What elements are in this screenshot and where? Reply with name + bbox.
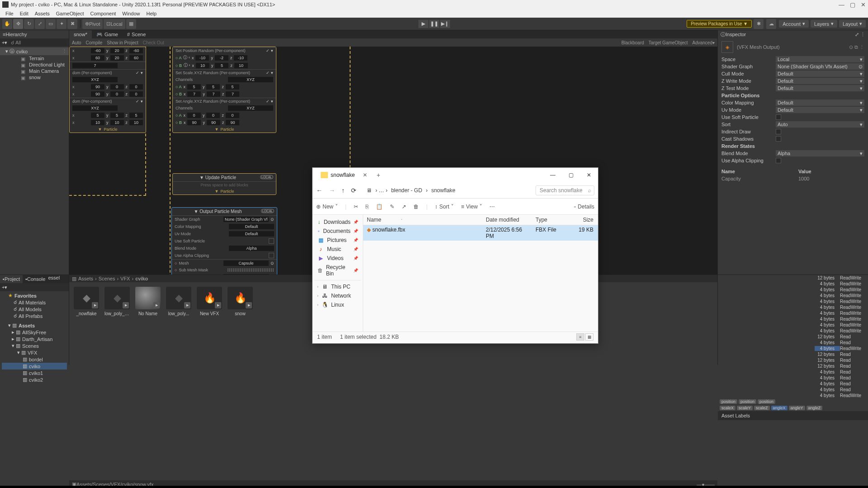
- vfx-dropdown[interactable]: [228, 77, 273, 82]
- new-tab-button[interactable]: +: [376, 171, 380, 179]
- rect-tool[interactable]: ▭: [46, 19, 56, 29]
- vfx-value[interactable]: [226, 113, 239, 118]
- vfx-value[interactable]: [187, 91, 201, 97]
- dropdown[interactable]: Default▾: [776, 107, 864, 113]
- vfx-value[interactable]: [187, 120, 201, 125]
- play-icon[interactable]: ▶: [92, 302, 98, 308]
- blackboard-btn[interactable]: Blackboard: [621, 40, 644, 45]
- play-icon[interactable]: ▶: [215, 302, 221, 308]
- folder-item[interactable]: ▥ cviko1: [2, 370, 67, 376]
- maximize-button[interactable]: ▢: [850, 1, 855, 8]
- asset-item[interactable]: ◆▶low_poly...: [166, 287, 191, 316]
- vfx-value[interactable]: [206, 84, 220, 90]
- vfx-value[interactable]: [110, 113, 124, 118]
- attribute-tag[interactable]: position: [720, 399, 737, 404]
- cloud-icon[interactable]: ☁: [766, 19, 776, 29]
- sidebar-item-recycle-bin[interactable]: 🗑Recycle Bin📌: [314, 263, 361, 278]
- attribute-tag[interactable]: angleY: [789, 406, 805, 410]
- vfx-value[interactable]: [187, 113, 201, 118]
- share-button[interactable]: ↗: [402, 204, 406, 210]
- refresh-button[interactable]: ⟳: [351, 187, 356, 194]
- vfx-value[interactable]: [129, 120, 143, 125]
- menu-edit[interactable]: Edit: [17, 11, 32, 16]
- back-button[interactable]: ←: [316, 187, 323, 194]
- vfx-value[interactable]: [110, 120, 124, 125]
- pivot-toggle[interactable]: ⊕ Pivot: [82, 19, 103, 29]
- vfx-value[interactable]: [215, 63, 228, 68]
- new-button[interactable]: ⊕ New ˅: [316, 204, 338, 210]
- dropdown[interactable]: None (Shader Graph Vfx Asset)⊙: [776, 63, 864, 70]
- pause-button[interactable]: ❚❚: [429, 20, 439, 28]
- vfx-value[interactable]: [129, 55, 143, 61]
- play-icon[interactable]: ▶: [184, 302, 190, 308]
- vfx-value[interactable]: [234, 55, 247, 61]
- vfx-value[interactable]: [226, 91, 239, 97]
- delete-button[interactable]: 🗑: [413, 204, 419, 210]
- play-icon[interactable]: ▶: [153, 302, 160, 308]
- hierarchy-search[interactable]: ☌ All: [9, 39, 67, 46]
- show-in-project-btn[interactable]: Show in Project: [107, 40, 138, 45]
- vfx-field[interactable]: [223, 217, 269, 222]
- favorite-item[interactable]: ☌ All Models: [2, 306, 67, 313]
- forward-button[interactable]: →: [329, 187, 335, 194]
- close-button[interactable]: ✕: [861, 1, 866, 8]
- vfx-value[interactable]: [91, 91, 104, 97]
- vfx-value[interactable]: [187, 84, 201, 90]
- menu-assets[interactable]: Assets: [32, 11, 53, 16]
- account-dropdown[interactable]: Account ▾: [779, 20, 809, 28]
- checkout-btn[interactable]: Check Out: [143, 40, 164, 45]
- create-dropdown[interactable]: +▾: [2, 284, 7, 290]
- asset-item[interactable]: 🔥▶snow: [228, 287, 253, 316]
- taskbar[interactable]: [0, 486, 868, 488]
- file-explorer-window[interactable]: snowflake ✕ + — ▢ ✕ ← → ↑ ⟳ 🖥 › … › blen…: [312, 167, 598, 344]
- explorer-tab[interactable]: snowflake ✕: [316, 170, 372, 180]
- sidebar-item-network[interactable]: ›🖧Network: [314, 291, 361, 300]
- folder-item[interactable]: ▾ ▥ VFX: [2, 349, 67, 356]
- inspector-tab[interactable]: ⓘ Inspector⤢ ⋮: [718, 30, 868, 38]
- vfx-value[interactable]: [226, 84, 239, 90]
- asset-tab[interactable]: snow*: [69, 30, 92, 38]
- dropdown[interactable]: Default▾: [776, 85, 864, 91]
- attribute-tag[interactable]: scaleY: [737, 406, 753, 410]
- vfx-value[interactable]: [207, 91, 220, 97]
- scene-tab[interactable]: # Scene: [123, 30, 150, 38]
- cut-button[interactable]: ✂: [354, 204, 358, 210]
- local-toggle[interactable]: ⊡ Local: [104, 19, 125, 29]
- menu-file[interactable]: File: [2, 11, 17, 16]
- vfx-block-output-particle-mesh[interactable]: ▼ Output Particle Mesh LOCAL Shader Grap…: [171, 207, 277, 275]
- sidebar-item-documents[interactable]: ▫Documents📌: [314, 227, 361, 236]
- vfx-value[interactable]: [91, 55, 104, 61]
- menu-window[interactable]: Window: [119, 11, 143, 16]
- more-button[interactable]: ⋯: [489, 204, 495, 210]
- asset-item[interactable]: ◆▶low_poly_s...: [104, 287, 130, 316]
- dropdown[interactable]: Default▾: [776, 78, 864, 84]
- folder-item[interactable]: ▥ bordel: [2, 356, 67, 363]
- sort-button[interactable]: ↕ Sort ˅: [435, 204, 454, 210]
- folder-item[interactable]: ▸ ▥ AllSkyFree: [2, 329, 67, 336]
- sidebar-item-downloads[interactable]: ↓Downloads📌: [314, 218, 361, 227]
- view-button[interactable]: ≡ View ˅: [461, 204, 482, 210]
- sidebar-item-linux[interactable]: ›🐧Linux: [314, 300, 361, 309]
- close-tab-button[interactable]: ✕: [363, 172, 367, 178]
- checkbox[interactable]: [776, 129, 781, 134]
- play-icon[interactable]: ▶: [246, 302, 252, 308]
- vfx-value[interactable]: [234, 63, 248, 68]
- vfx-value[interactable]: [129, 91, 143, 97]
- vfx-field[interactable]: [229, 224, 274, 229]
- vfx-value[interactable]: [110, 55, 124, 61]
- vfx-value[interactable]: [91, 113, 104, 118]
- vfx-value[interactable]: [215, 55, 228, 61]
- dropdown[interactable]: Local▾: [776, 56, 864, 62]
- up-button[interactable]: ↑: [342, 187, 345, 194]
- vfx-value[interactable]: [195, 55, 209, 61]
- preview-packages-badge[interactable]: Preview Packages in Use ▼: [687, 20, 752, 28]
- favorite-item[interactable]: ☌ All Materials: [2, 299, 67, 306]
- vfx-value[interactable]: [207, 120, 220, 125]
- menu-component[interactable]: Component: [87, 11, 119, 16]
- hierarchy-item[interactable]: ▣Directional Light: [0, 62, 69, 68]
- column-name[interactable]: Name ˄: [363, 217, 482, 223]
- play-button[interactable]: ▶: [418, 20, 428, 28]
- vfx-checkbox[interactable]: [269, 253, 274, 258]
- transform-tool[interactable]: ✦: [57, 19, 66, 29]
- sidebar-item-pictures[interactable]: ▦Pictures📌: [314, 236, 361, 245]
